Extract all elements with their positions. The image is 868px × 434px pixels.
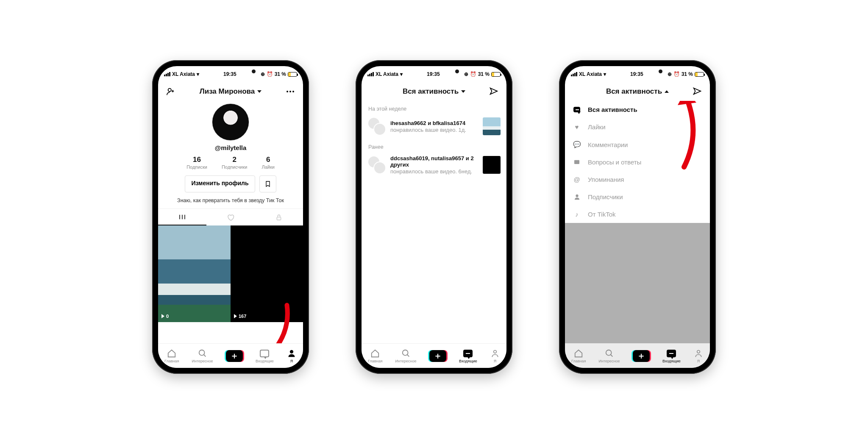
inbox-body: На этой неделе ihesasha9662 и bfkalisa16… [362,101,506,343]
activity-filter-button[interactable]: Вся активность [606,87,669,96]
phone-filter: XL Axiata▾ 19:35 ⊕⏰31 % Вся активность В… [559,60,716,374]
tab-create[interactable]: ＋ [633,350,650,362]
locate-icon: ⊕ [261,71,265,77]
status-bar: XL Axiata▾ 19:35 ⊕⏰31 % [362,66,506,82]
svg-point-3 [290,350,293,353]
tab-me[interactable]: Я [287,349,297,363]
svg-point-5 [494,350,497,353]
tab-inbox[interactable]: Входящие [662,349,681,363]
tiktok-icon: ♪ [573,211,581,218]
carrier-label: XL Axiata [172,71,195,77]
alarm-icon: ⏰ [267,71,273,77]
activity-filter-button[interactable]: Вся активность [403,87,465,96]
section-header: Ранее [362,139,506,152]
profile-body: @milytella 16Подписки 2Подписчики 6Лайки… [158,101,303,343]
tab-create[interactable]: ＋ [226,350,243,362]
content-tabs [158,209,303,225]
heart-icon: ♥ [573,123,581,131]
filter-qa[interactable]: Вопросы и ответы [565,153,710,171]
video-thumb[interactable] [483,156,501,174]
filter-body: Вся активность ♥Лайки 💬Комментарии Вопро… [565,101,710,343]
stacked-avatars-icon [367,117,386,136]
person-icon [573,194,581,200]
filter-mentions[interactable]: @Упоминания [565,171,710,188]
stacked-avatars-icon [367,156,386,174]
chevron-down-icon [461,90,465,93]
stat-followers[interactable]: 2Подписчики [222,156,248,170]
tabbar: Главная Интересное ＋ Входящие Я [158,343,303,368]
tab-inbox[interactable]: Входящие [459,349,477,363]
edit-profile-button[interactable]: Изменить профиль [185,175,255,192]
filter-from-tiktok[interactable]: ♪От TikTok [565,206,710,223]
comment-icon: 💬 [573,141,581,148]
tab-home[interactable]: Главная [571,349,586,363]
svg-point-0 [168,89,171,92]
at-icon: @ [573,176,581,183]
svg-rect-1 [277,217,281,220]
notification-row[interactable]: ddcsasha6019, nutalisa9657 и 2 другихпон… [362,152,506,178]
profile-title: Лиза Миронова [200,87,255,96]
clock: 19:35 [223,71,236,77]
signal-icon [164,72,170,76]
filter-followers[interactable]: Подписчики [565,188,710,206]
bookmark-button[interactable] [259,175,276,192]
tab-home[interactable]: Главная [368,349,382,363]
chevron-up-icon [665,90,669,93]
status-bar: XL Axiata▾ 19:35 ⊕⏰31 % [565,66,710,82]
tab-discover[interactable]: Интересное [599,349,620,363]
svg-point-4 [402,350,408,355]
add-user-icon[interactable] [165,86,177,97]
section-header: На этой неделе [362,101,506,114]
filter-likes[interactable]: ♥Лайки [565,118,710,136]
tab-grid[interactable] [158,209,206,225]
more-icon[interactable] [284,86,296,97]
filter-menu: Вся активность ♥Лайки 💬Комментарии Вопро… [565,101,710,223]
svg-rect-6 [574,160,579,164]
filter-comments[interactable]: 💬Комментарии [565,136,710,153]
phone-profile: XL Axiata▾ 19:35 ⊕⏰31 % Лиза Миронова @m… [152,60,309,374]
tab-home[interactable]: Главная [164,349,179,363]
svg-point-9 [697,350,700,353]
bio: Знаю, как превратить тебя в звезду Тик Т… [163,198,298,203]
tab-discover[interactable]: Интересное [192,349,213,363]
tab-me[interactable]: Я [490,349,500,363]
tab-discover[interactable]: Интересное [395,349,417,363]
filter-all[interactable]: Вся активность [565,101,710,118]
tab-me[interactable]: Я [693,349,704,363]
username[interactable]: @milytella [158,144,303,151]
svg-point-8 [606,350,611,355]
plus-icon: ＋ [226,350,243,362]
topbar: Лиза Миронова [158,82,303,101]
profile-switcher[interactable]: Лиза Миронова [200,87,262,96]
tab-create[interactable]: ＋ [429,350,446,362]
stat-following[interactable]: 16Подписки [186,156,207,170]
battery-pct: 31 % [275,71,286,77]
screen: XL Axiata▾ 19:35 ⊕⏰31 % Лиза Миронова @m… [158,66,303,368]
stats-row: 16Подписки 2Подписчики 6Лайки [158,156,303,170]
video-thumb[interactable] [483,117,501,135]
tab-private[interactable] [255,209,303,225]
battery-icon [288,72,297,77]
wifi-icon: ▾ [197,71,199,77]
video-thumb[interactable]: 167 [231,225,303,322]
status-bar: XL Axiata▾ 19:35 ⊕⏰31 % [158,66,303,82]
qa-icon [573,159,581,166]
send-icon[interactable] [691,86,703,97]
stat-likes[interactable]: 6Лайки [262,156,274,170]
send-icon[interactable] [488,86,500,97]
video-thumb[interactable]: 0 [158,225,231,322]
tab-inbox[interactable]: Входящие [256,349,274,363]
svg-point-2 [199,350,204,355]
notification-row[interactable]: ihesasha9662 и bfkalisa1674понравилось в… [362,114,506,139]
svg-point-7 [576,194,578,197]
phone-inbox: XL Axiata▾ 19:35 ⊕⏰31 % Вся активность Н… [356,60,512,374]
chat-icon [573,107,581,112]
tab-liked[interactable] [206,209,255,225]
video-grid: 0 167 [158,225,303,322]
chevron-down-icon [257,90,262,93]
avatar[interactable] [212,103,249,141]
